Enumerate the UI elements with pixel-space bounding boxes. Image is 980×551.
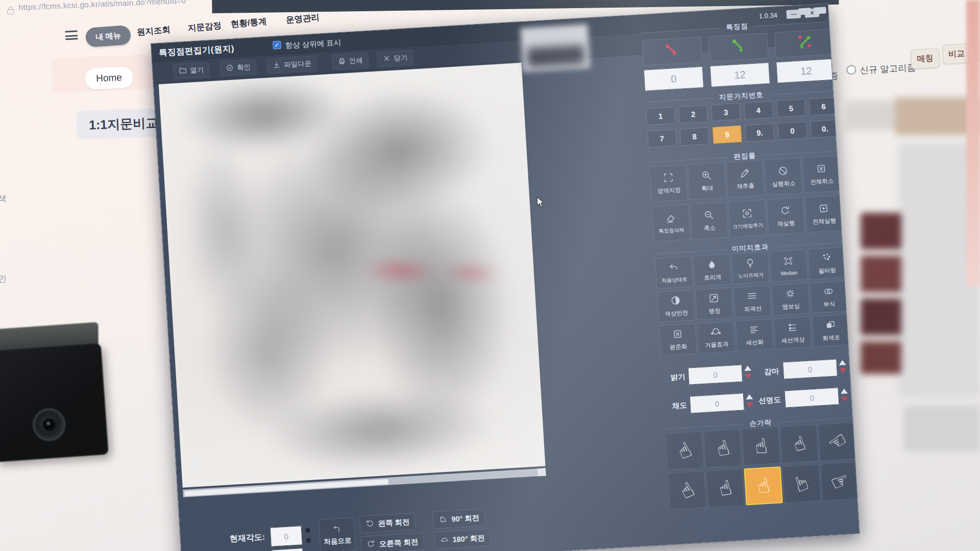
mini-button-2[interactable] [814, 7, 826, 14]
value-number-3[interactable]: 3 [711, 103, 741, 121]
spinner-down-icon[interactable] [744, 373, 752, 379]
minutia-both-arrows-icon [795, 33, 814, 54]
finger-button-2[interactable]: ☝ [703, 429, 742, 468]
value-number-8[interactable]: 8 [680, 127, 709, 145]
edit-tool-3-button[interactable]: 재추출 [726, 160, 765, 197]
nav-item-4[interactable]: 운영관리 [285, 12, 320, 26]
image-effect-15-button[interactable]: 회색조 [812, 314, 850, 347]
finger-button-5[interactable]: ☜ [818, 422, 857, 461]
finger-button-3[interactable]: ☝ [742, 427, 780, 465]
finger-button-8[interactable]: ☝ [744, 466, 782, 505]
reset-rotation-button[interactable]: 처음으로 [318, 517, 356, 551]
my-menu-button[interactable]: 내 메뉴 [85, 25, 131, 47]
feature-point-type-button-2[interactable] [708, 33, 769, 62]
spinner-up-icon[interactable] [746, 394, 753, 399]
value-number-9.[interactable]: 9. [745, 123, 775, 142]
image-effect-9-button[interactable]: 엠보싱 [771, 283, 810, 315]
saturation-input[interactable]: 0 [690, 393, 745, 413]
image-effect-7-button[interactable]: 팽창 [695, 287, 733, 320]
finger-button-9[interactable]: ☝ [782, 464, 821, 503]
image-effect-8-button[interactable]: 외곽선 [733, 285, 771, 318]
spinner-down-icon[interactable] [746, 402, 754, 408]
edit-tool-8-button[interactable]: 크기에맞추기 [728, 199, 767, 237]
fingerprint-image-canvas[interactable] [159, 63, 546, 488]
spinner-up-icon[interactable] [841, 388, 848, 394]
spinner-up-icon[interactable] [744, 365, 752, 371]
rotate-90-button[interactable]: 90° 회전 [432, 509, 485, 529]
value-number-9[interactable]: 9 [713, 126, 742, 144]
image-effect-12-button[interactable]: 거울효과 [697, 321, 735, 354]
image-effect-4-button[interactable]: Median [769, 249, 807, 282]
gamma-label: 감마 [755, 366, 779, 378]
gamma-input[interactable]: 0 [782, 359, 838, 379]
toolbar-file-download-button[interactable]: 파일다운 [266, 56, 317, 74]
half-circle-icon [439, 535, 449, 546]
value-number-0.[interactable]: 0. [810, 119, 840, 138]
finger-button-6[interactable]: ☝ [668, 471, 706, 510]
edit-tool-7-button[interactable]: 축소 [690, 202, 729, 240]
always-on-top-checkbox[interactable]: ✓ [273, 41, 281, 49]
angle-spinner-down[interactable] [306, 538, 310, 542]
nav-item-2[interactable]: 지문감정 [187, 20, 222, 34]
rotate-180-button[interactable]: 180° 회전 [434, 529, 491, 549]
edit-tool-1-button[interactable]: 영역지정 [649, 164, 688, 202]
image-effect-6-button[interactable]: 색상반전 [657, 290, 695, 322]
tab-home[interactable]: Home [85, 66, 134, 90]
tool-label: 재실행 [777, 219, 795, 228]
spinner-up-icon[interactable] [839, 360, 846, 365]
image-effect-11-button[interactable]: 평준화 [659, 323, 697, 356]
image-effect-10-button[interactable]: 부식 [810, 281, 848, 313]
finger-button-4[interactable]: ☝ [780, 424, 819, 463]
image-effect-1-button[interactable]: 처음상태로 [655, 256, 693, 289]
finger-button-1[interactable]: ☝ [665, 431, 704, 470]
edit-tool-6-button[interactable]: 특징점삭제 [652, 204, 691, 242]
image-effect-14-button[interactable]: 세선역상 [773, 316, 812, 349]
sharpness-input[interactable]: 0 [785, 387, 840, 408]
angle-spinner-up[interactable] [306, 528, 310, 532]
edit-tool-10-button[interactable]: 전체실행 [804, 195, 843, 233]
image-effect-13-button[interactable]: 세선화 [735, 319, 773, 352]
rotate-right-button[interactable]: 오른쪽 회전 [360, 533, 424, 551]
toolbar-open-button[interactable]: 열기 [173, 62, 210, 79]
image-effect-5-button[interactable]: 필터링 [807, 247, 846, 280]
toolbar-confirm-button[interactable]: 확인 [219, 59, 257, 77]
brightness-input[interactable]: 0 [688, 364, 743, 385]
spinner-down-icon[interactable] [841, 396, 848, 402]
value-number-0[interactable]: 0 [777, 121, 807, 140]
edit-tool-5-button[interactable]: 전체취소 [802, 155, 841, 193]
address-bar[interactable]: https://fcms.kcsi.go.kr/atis/main.do?men… [18, 0, 186, 12]
image-effect-2-button[interactable]: 흐리게 [693, 254, 731, 286]
value-number-7[interactable]: 7 [647, 129, 677, 147]
feature-point-type-button-3[interactable] [774, 29, 835, 58]
feature-point-type-button-1[interactable] [642, 37, 702, 66]
finger-button-7[interactable]: ☝ [706, 469, 745, 508]
image-effect-3-button[interactable]: 노이즈제거 [731, 252, 769, 284]
scrollbar-corner [537, 468, 546, 477]
value-number-1[interactable]: 1 [646, 107, 675, 125]
new-algorithm-radio[interactable] [846, 65, 856, 75]
nav-item-3[interactable]: 현황/통계 [230, 16, 267, 30]
hamburger-menu-icon[interactable] [65, 30, 78, 40]
rotate-left-button[interactable]: 왼쪽 회전 [359, 513, 416, 533]
mini-button-1[interactable] [798, 8, 811, 15]
match-button[interactable]: 매칭 [911, 48, 940, 69]
value-number-2[interactable]: 2 [678, 105, 708, 123]
secondary-angle-input[interactable]: 0 [271, 548, 304, 551]
value-number-4[interactable]: 4 [744, 101, 773, 119]
value-number-6[interactable]: 6 [809, 97, 839, 115]
saturation-spinner[interactable] [746, 392, 754, 409]
gamma-spinner[interactable] [839, 358, 847, 375]
value-number-5[interactable]: 5 [776, 99, 806, 117]
edit-tool-9-button[interactable]: 재실행 [766, 197, 805, 235]
edit-tool-2-button[interactable]: 확대 [688, 162, 726, 200]
current-angle-input[interactable]: 0 [270, 525, 303, 547]
finger-button-10[interactable]: ☞ [820, 462, 859, 500]
sharpness-spinner[interactable] [840, 387, 848, 404]
nav-item-1[interactable]: 원지조회 [136, 24, 171, 38]
toolbar-close-button[interactable]: 닫기 [377, 50, 414, 67]
toolbar-print-button[interactable]: 인쇄 [332, 53, 369, 70]
edit-tool-4-button[interactable]: 실행취소 [764, 158, 803, 195]
brightness-spinner[interactable] [744, 364, 752, 381]
spinner-down-icon[interactable] [839, 368, 847, 373]
tool-label: 영역지정 [657, 186, 681, 195]
